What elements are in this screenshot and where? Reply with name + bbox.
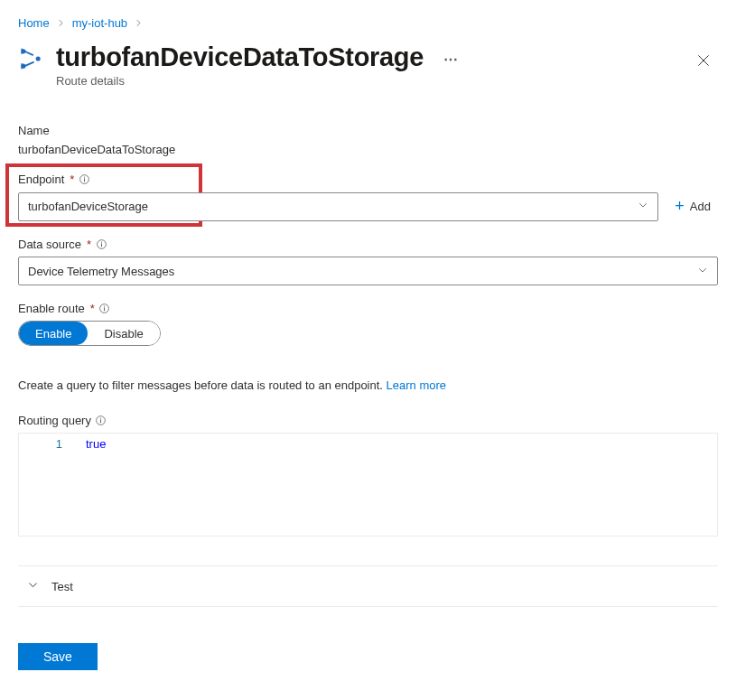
- disable-option[interactable]: Disable: [88, 322, 159, 345]
- name-field: Name turbofanDeviceDataToStorage: [18, 124, 718, 156]
- test-label: Test: [51, 580, 73, 593]
- endpoint-select[interactable]: turbofanDeviceStorage: [18, 192, 658, 221]
- svg-rect-4: [25, 61, 34, 67]
- svg-point-10: [101, 241, 102, 242]
- route-icon: [18, 46, 43, 74]
- enable-route-field: Enable route * Enable Disable: [18, 302, 718, 346]
- enable-route-label: Enable route *: [18, 302, 718, 315]
- line-number-gutter: 1: [19, 434, 73, 536]
- learn-more-link[interactable]: Learn more: [387, 378, 446, 392]
- divider: [18, 606, 718, 607]
- data-source-field: Data source * Device Telemetry Messages: [18, 238, 718, 285]
- required-indicator: *: [87, 238, 91, 251]
- breadcrumb: Home my-iot-hub: [18, 16, 718, 30]
- enable-route-toggle: Enable Disable: [18, 321, 161, 346]
- endpoint-value: turbofanDeviceStorage: [28, 200, 638, 213]
- enable-option[interactable]: Enable: [19, 322, 88, 345]
- required-indicator: *: [90, 302, 95, 315]
- name-label: Name: [18, 124, 718, 137]
- chevron-down-icon: [638, 200, 648, 213]
- routing-query-editor[interactable]: 1 true: [18, 433, 718, 537]
- more-actions-button[interactable]: ⋯: [443, 51, 458, 68]
- svg-rect-9: [101, 243, 102, 247]
- routing-query-field: Routing query 1 true: [18, 414, 718, 537]
- endpoint-field: Endpoint * turbofanDeviceStorage + Add: [18, 173, 718, 221]
- data-source-select[interactable]: Device Telemetry Messages: [18, 257, 718, 285]
- chevron-right-icon: [57, 17, 65, 30]
- add-endpoint-button[interactable]: + Add: [667, 191, 718, 221]
- svg-point-16: [100, 417, 101, 418]
- info-icon[interactable]: [95, 238, 107, 251]
- required-indicator: *: [70, 173, 74, 186]
- plus-icon: +: [675, 197, 685, 216]
- page-subtitle: Route details: [56, 74, 676, 88]
- svg-rect-6: [84, 178, 85, 182]
- data-source-label: Data source *: [18, 238, 718, 251]
- svg-rect-15: [100, 419, 101, 423]
- code-content: true: [73, 434, 717, 536]
- info-icon[interactable]: [78, 173, 90, 186]
- breadcrumb-hub[interactable]: my-iot-hub: [72, 16, 127, 30]
- data-source-value: Device Telemetry Messages: [28, 265, 697, 278]
- chevron-right-icon: [135, 17, 143, 30]
- breadcrumb-home[interactable]: Home: [18, 16, 50, 30]
- svg-point-7: [84, 176, 85, 177]
- filter-help-text: Create a query to filter messages before…: [18, 378, 718, 392]
- endpoint-label: Endpoint *: [18, 173, 718, 186]
- svg-point-2: [36, 56, 41, 61]
- name-value: turbofanDeviceDataToStorage: [18, 143, 718, 156]
- routing-query-label: Routing query: [18, 414, 718, 427]
- test-expander[interactable]: Test: [18, 566, 718, 606]
- svg-point-13: [104, 305, 105, 306]
- info-icon[interactable]: [98, 303, 111, 315]
- page-title: turbofanDeviceDataToStorage ⋯: [56, 42, 676, 72]
- chevron-down-icon: [27, 579, 39, 593]
- svg-rect-12: [104, 307, 105, 311]
- info-icon[interactable]: [95, 415, 107, 427]
- close-button[interactable]: [689, 46, 718, 78]
- chevron-down-icon: [697, 265, 708, 278]
- page-header: turbofanDeviceDataToStorage ⋯ Route deta…: [18, 42, 718, 88]
- save-button[interactable]: Save: [18, 643, 98, 670]
